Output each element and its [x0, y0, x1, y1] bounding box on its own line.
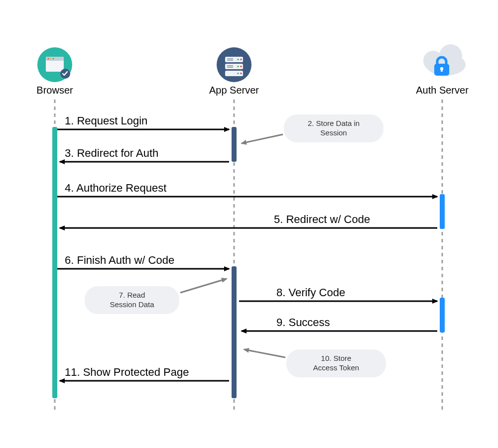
- svg-point-13: [237, 66, 239, 68]
- note-10-line1: 10. Store: [321, 354, 352, 362]
- actor-auth-server: Auth Server: [416, 44, 469, 96]
- svg-rect-20: [227, 67, 233, 68]
- sequence-diagram: Browser App Server Auth Server: [0, 0, 498, 448]
- svg-point-11: [237, 59, 239, 61]
- message-8-label: 8. Verify Code: [276, 286, 345, 299]
- message-9-label: 9. Success: [276, 316, 330, 329]
- note-7-arrow: [180, 279, 227, 293]
- actor-app-server: App Server: [209, 47, 259, 96]
- svg-rect-26: [441, 69, 442, 72]
- activation-auth-1: [440, 194, 445, 229]
- message-4-label: 4. Authorize Request: [65, 182, 166, 194]
- svg-point-15: [237, 73, 239, 75]
- message-1-label: 1. Request Login: [65, 114, 147, 127]
- note-7-read-session: 7. Read Session Data: [85, 279, 227, 314]
- note-2-store-session: 2. Store Data in Session: [242, 114, 383, 143]
- message-3-redirect-for-auth: 3. Redirect for Auth: [60, 147, 229, 162]
- actor-browser-label: Browser: [36, 85, 73, 96]
- message-6-label: 6. Finish Auth w/ Code: [65, 254, 174, 266]
- message-5-redirect-with-code: 5. Redirect w/ Code: [60, 213, 437, 228]
- note-2-line1: 2. Store Data in: [308, 119, 360, 127]
- note-2-arrow: [242, 134, 283, 143]
- note-10-line2: Access Token: [313, 363, 359, 372]
- activation-auth-2: [440, 298, 445, 333]
- note-7-line1: 7. Read: [119, 291, 145, 299]
- message-8-verify-code: 8. Verify Code: [239, 286, 437, 301]
- message-4-authorize-request: 4. Authorize Request: [57, 182, 437, 197]
- svg-point-12: [240, 59, 242, 61]
- message-1-request-login: 1. Request Login: [57, 114, 229, 129]
- message-9-success: 9. Success: [242, 316, 437, 331]
- activation-app-1: [232, 127, 237, 162]
- svg-point-14: [240, 66, 242, 68]
- actor-app-label: App Server: [209, 85, 259, 96]
- note-2-line2: Session: [320, 128, 347, 137]
- svg-rect-19: [227, 65, 233, 66]
- note-7-line2: Session Data: [110, 300, 154, 309]
- svg-point-4: [50, 58, 51, 59]
- svg-point-16: [240, 73, 242, 75]
- svg-rect-17: [227, 58, 233, 59]
- message-5-label: 5. Redirect w/ Code: [274, 213, 370, 225]
- message-11-label: 11. Show Protected Page: [65, 366, 189, 378]
- actor-auth-label: Auth Server: [416, 85, 469, 96]
- svg-rect-18: [227, 60, 233, 61]
- note-10-arrow: [244, 349, 285, 357]
- message-11-show-protected: 11. Show Protected Page: [60, 366, 229, 381]
- actor-browser: Browser: [36, 47, 73, 96]
- message-6-finish-auth: 6. Finish Auth w/ Code: [57, 254, 229, 269]
- activation-app-2: [232, 266, 237, 398]
- svg-point-3: [47, 58, 49, 59]
- note-10-store-token: 10. Store Access Token: [244, 349, 386, 377]
- activation-browser: [52, 127, 57, 398]
- message-3-label: 3. Redirect for Auth: [65, 147, 158, 159]
- svg-point-5: [52, 58, 54, 59]
